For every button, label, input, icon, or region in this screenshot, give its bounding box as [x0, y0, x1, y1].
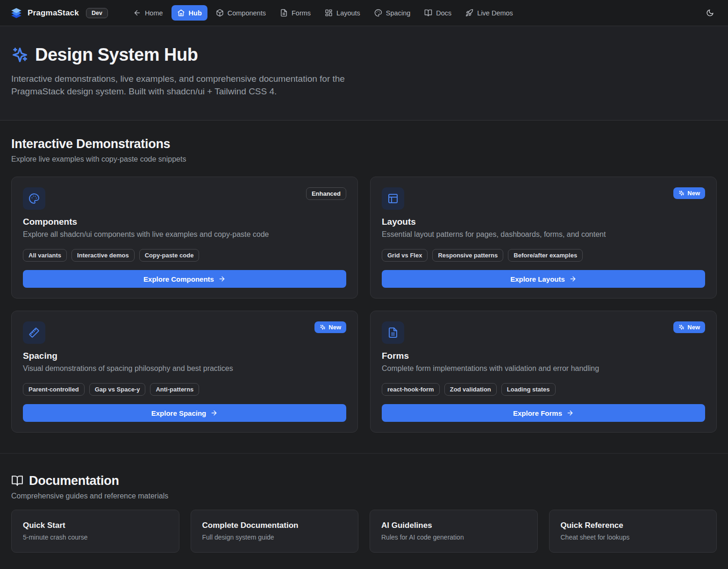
layout-dashboard-icon: [325, 9, 333, 17]
demo-card-layouts: New Layouts Essential layout patterns fo…: [370, 177, 717, 299]
card-tags: Grid vs FlexResponsive patternsBefore/af…: [382, 249, 705, 262]
card-tags: Parent-controlledGap vs Space-yAnti-patt…: [23, 383, 346, 396]
card-description: Visual demonstrations of spacing philoso…: [23, 363, 346, 374]
hero-section: Design System Hub Interactive demonstrat…: [0, 26, 728, 121]
nav-items: Home Hub Components Forms Layouts Spacin…: [128, 5, 519, 21]
card-tags: react-hook-formZod validationLoading sta…: [382, 383, 705, 396]
doc-card-description: 5-minute crash course: [23, 533, 168, 542]
sparkles-icon: [320, 324, 326, 330]
rocket-icon: [465, 9, 473, 17]
sparkles-icon: [11, 46, 29, 64]
demos-section: Interactive Demonstrations Explore live …: [11, 136, 717, 433]
section-divider: [0, 453, 728, 454]
tag-badge: Parent-controlled: [23, 383, 85, 396]
arrow-right-icon: [218, 275, 226, 283]
nav-item-docs[interactable]: Docs: [419, 5, 457, 21]
home-icon: [177, 9, 185, 17]
doc-card-ai-guidelines[interactable]: AI Guidelines Rules for AI code generati…: [370, 510, 538, 553]
brand-name: PragmaStack: [28, 8, 79, 18]
doc-card-title: Complete Documentation: [202, 520, 347, 531]
main-content: Interactive Demonstrations Explore live …: [0, 121, 728, 553]
tag-badge: Before/after examples: [508, 249, 583, 262]
book-open-icon: [11, 475, 23, 487]
nav-item-layouts[interactable]: Layouts: [319, 5, 366, 21]
card-description: Complete form implementations with valid…: [382, 363, 705, 374]
palette-icon: [29, 193, 40, 204]
doc-card-description: Full design system guide: [202, 533, 347, 542]
palette-icon: [374, 9, 382, 17]
doc-card-complete-documentation[interactable]: Complete Documentation Full design syste…: [191, 510, 359, 553]
env-badge: Dev: [86, 8, 108, 18]
docs-subheading: Comprehensive guides and reference mater…: [11, 491, 717, 501]
explore-button[interactable]: Explore Forms: [382, 404, 705, 422]
tag-badge: Loading states: [501, 383, 556, 396]
page-title: Design System Hub: [35, 45, 198, 65]
arrow-right-icon: [210, 409, 218, 417]
card-title: Spacing: [23, 350, 346, 362]
moon-icon: [706, 9, 714, 17]
tag-badge: Zod validation: [444, 383, 497, 396]
nav-item-live-demos[interactable]: Live Demos: [460, 5, 519, 21]
demo-card-forms: New Forms Complete form implementations …: [370, 311, 717, 433]
card-title: Components: [23, 216, 346, 228]
card-description: Essential layout patterns for pages, das…: [382, 229, 705, 240]
card-badge: New: [673, 187, 705, 199]
book-open-icon: [424, 9, 432, 17]
tag-badge: Responsive patterns: [432, 249, 503, 262]
card-badge: Enhanced: [306, 187, 346, 200]
doc-card-quick-reference[interactable]: Quick Reference Cheat sheet for lookups: [549, 510, 717, 553]
doc-card-description: Rules for AI code generation: [381, 533, 526, 542]
box-icon: [216, 9, 224, 17]
demo-card-spacing: New Spacing Visual demonstrations of spa…: [11, 311, 358, 433]
card-title: Layouts: [382, 216, 705, 228]
layout-panels-icon: [387, 193, 399, 204]
arrow-left-icon: [133, 9, 141, 17]
card-tags: All variantsInteractive demosCopy-paste …: [23, 249, 346, 262]
nav-item-forms[interactable]: Forms: [274, 5, 316, 21]
card-icon-tile: [23, 187, 45, 210]
tag-badge: Interactive demos: [71, 249, 135, 262]
explore-button[interactable]: Explore Components: [23, 270, 346, 288]
demos-subheading: Explore live examples with copy-paste co…: [11, 154, 717, 164]
explore-button[interactable]: Explore Layouts: [382, 270, 705, 288]
file-text-icon: [387, 327, 399, 338]
card-icon-tile: [382, 321, 404, 344]
sparkles-icon: [678, 190, 685, 196]
theme-toggle-button[interactable]: [702, 5, 718, 21]
nav-item-hub[interactable]: Hub: [171, 5, 207, 21]
sparkles-icon: [678, 324, 685, 330]
doc-card-title: Quick Reference: [561, 520, 706, 531]
tag-badge: Copy-paste code: [139, 249, 200, 262]
doc-card-quick-start[interactable]: Quick Start 5-minute crash course: [11, 510, 179, 553]
explore-button[interactable]: Explore Spacing: [23, 404, 346, 422]
card-title: Forms: [382, 350, 705, 362]
demos-heading: Interactive Demonstrations: [11, 136, 717, 151]
tag-badge: Gap vs Space-y: [89, 383, 146, 396]
card-badge: New: [673, 321, 705, 333]
tag-badge: All variants: [23, 249, 67, 262]
nav-item-home[interactable]: Home: [128, 5, 169, 21]
top-nav: PragmaStack Dev Home Hub Components Form…: [0, 0, 728, 26]
page-subtitle: Interactive demonstrations, live example…: [11, 72, 359, 98]
card-badge: New: [314, 321, 346, 333]
card-description: Explore all shadcn/ui components with li…: [23, 229, 346, 240]
tag-badge: Anti-patterns: [150, 383, 199, 396]
doc-card-grid: Quick Start 5-minute crash course Comple…: [11, 510, 717, 553]
demo-card-components: Enhanced Components Explore all shadcn/u…: [11, 177, 358, 299]
doc-card-description: Cheat sheet for lookups: [561, 533, 706, 542]
card-icon-tile: [23, 321, 45, 344]
file-text-icon: [280, 9, 288, 17]
docs-section: Documentation Comprehensive guides and r…: [11, 473, 717, 553]
doc-card-title: Quick Start: [23, 520, 168, 531]
arrow-right-icon: [566, 409, 574, 417]
brand: PragmaStack Dev: [10, 7, 108, 19]
ruler-icon: [29, 327, 40, 338]
arrow-right-icon: [569, 275, 577, 283]
tag-badge: react-hook-form: [382, 383, 440, 396]
nav-item-components[interactable]: Components: [210, 5, 271, 21]
tag-badge: Grid vs Flex: [382, 249, 428, 262]
card-icon-tile: [382, 187, 404, 210]
layers-logo-icon: [10, 7, 22, 19]
nav-item-spacing[interactable]: Spacing: [369, 5, 416, 21]
demo-card-grid: Enhanced Components Explore all shadcn/u…: [11, 177, 717, 433]
